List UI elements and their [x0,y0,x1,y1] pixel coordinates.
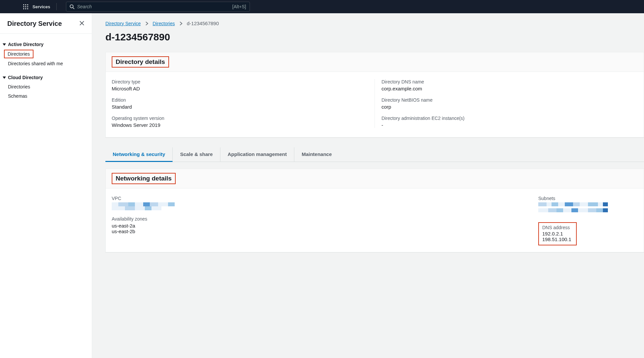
sidebar-title: Directory Service [7,20,62,27]
nav-group-active-directory[interactable]: Active Directory [0,40,92,49]
breadcrumb-link-directories[interactable]: Directories [153,21,175,26]
tab-scale-share[interactable]: Scale & share [173,147,220,162]
chevron-right-icon [146,22,148,26]
dns-value-0: 192.0.2.1 [542,231,571,236]
subnets-label: Subnets [538,196,638,201]
top-nav: Services [Alt+S] [0,0,644,13]
svg-rect-7 [25,8,26,9]
sidebar-item-cloud-directories[interactable]: Directories [0,82,33,91]
search-hint: [Alt+S] [232,4,246,9]
sidebar-item-schemas[interactable]: Schemas [0,91,30,101]
sidebar-item-directories[interactable]: Directories [4,50,33,58]
dns-value-1: 198.51.100.1 [542,236,571,242]
services-link[interactable]: Services [32,4,50,9]
close-icon[interactable] [79,20,85,27]
field-label: Directory administration EC2 instance(s) [381,116,638,121]
svg-rect-4 [25,6,26,7]
caret-down-icon [3,43,6,46]
chevron-right-icon [180,22,182,26]
svg-rect-3 [23,6,24,7]
field-label: Directory NetBIOS name [381,97,638,103]
svg-rect-1 [25,4,26,5]
svg-rect-6 [23,8,24,9]
svg-point-9 [70,5,73,8]
field-label: Directory DNS name [381,79,638,84]
search-icon [70,4,75,9]
az-value-0: us-east-2a [112,223,538,229]
field-value: corp [381,104,638,110]
field-value: Windows Server 2019 [112,122,368,128]
dns-label: DNS address [542,225,571,230]
tab-networking-security[interactable]: Networking & security [105,147,173,162]
az-label: Availability zones [112,216,538,222]
directory-details-panel: Directory details Directory type Microso… [105,52,644,137]
sidebar-item-directories-shared[interactable]: Directories shared with me [0,59,66,68]
directory-details-heading: Directory details [112,56,169,68]
sidebar: Directory Service Active Directory Direc… [0,13,92,358]
caret-down-icon [3,76,6,79]
networking-details-panel: Networking details VPC [105,169,644,252]
subnets-redacted [538,202,608,212]
field-value: corp.example.com [381,86,638,91]
az-value-1: us-east-2b [112,229,538,234]
apps-grid-icon[interactable] [23,4,29,9]
search-input[interactable] [77,4,230,9]
svg-line-10 [73,7,74,9]
vpc-redacted [112,202,178,210]
tabs: Networking & security Scale & share Appl… [105,147,644,162]
tab-application-management[interactable]: Application management [220,147,294,162]
tab-maintenance[interactable]: Maintenance [294,147,339,162]
breadcrumb: Directory Service Directories d-12345678… [105,21,644,26]
field-label: Operating system version [112,116,368,121]
svg-marker-14 [3,77,6,79]
vpc-label: VPC [112,196,538,201]
svg-rect-2 [27,4,28,5]
page-title: d-1234567890 [105,31,644,43]
nav-group-cloud-directory[interactable]: Cloud Directory [0,73,92,82]
breadcrumb-current: d-1234567890 [187,21,219,26]
svg-rect-0 [23,4,24,5]
svg-rect-8 [27,8,28,9]
divider [56,3,57,10]
breadcrumb-link-directory-service[interactable]: Directory Service [105,21,141,26]
field-value: - [381,122,638,128]
svg-rect-5 [27,6,28,7]
dns-address-box: DNS address 192.0.2.1 198.51.100.1 [538,222,577,245]
global-search[interactable]: [Alt+S] [66,2,250,12]
networking-details-heading: Networking details [112,173,176,184]
field-label: Edition [112,97,368,103]
svg-marker-13 [3,43,6,46]
field-value: Standard [112,104,368,110]
main-content: Directory Service Directories d-12345678… [92,13,644,358]
field-value: Microsoft AD [112,86,368,91]
field-label: Directory type [112,79,368,84]
